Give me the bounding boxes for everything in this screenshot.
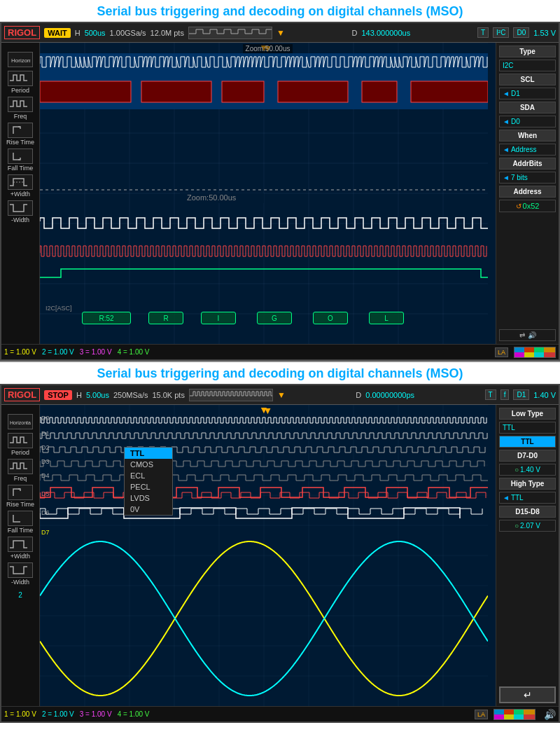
- i2c-label: I2C[ASC]: [46, 305, 72, 312]
- rise-label: Rise Time: [6, 139, 34, 146]
- addrbits-arrow: ◄: [503, 174, 510, 181]
- scl-label: SCL: [499, 74, 556, 85]
- trigger-type-badge-1: T: [477, 27, 489, 38]
- svg-rect-11: [494, 710, 504, 714]
- top-bar-1: RIGOL WAIT H 500us 1.00GSa/s 12.0M pts ▼…: [1, 23, 559, 43]
- measure-pwidth-2[interactable]: +Width: [8, 537, 33, 560]
- d15d8-label: D15-D8: [499, 506, 556, 518]
- svg-rect-9: [544, 352, 555, 357]
- measure-pwidth[interactable]: +Width: [8, 174, 33, 198]
- sda-value[interactable]: ◄ D0: [499, 116, 556, 127]
- trigger-v-2: 1.40 V: [533, 391, 556, 399]
- dropdown-pecl[interactable]: PECL: [125, 481, 172, 492]
- svg-rect-4: [534, 347, 544, 352]
- trigger-marker-1: ▼: [276, 28, 285, 38]
- dropdown-0v[interactable]: 0V: [125, 504, 172, 515]
- ch3-label[interactable]: 3 = 1.00 V: [80, 348, 112, 356]
- type-value[interactable]: I2C: [499, 60, 556, 71]
- measure-freq-2[interactable]: Freq: [8, 459, 33, 482]
- measure-horizontal-2[interactable]: Horizontal: [8, 414, 33, 430]
- trigger-arrow-top-2: ▼: [263, 405, 273, 416]
- status-badge-2: STOP: [44, 390, 72, 400]
- svg-rect-14: [524, 710, 535, 714]
- trigger-ch-2: D1: [513, 389, 529, 400]
- ch4-label[interactable]: 4 = 1.00 V: [118, 348, 150, 356]
- d-label-2: D: [356, 391, 361, 399]
- measure-freq[interactable]: Freq: [8, 97, 33, 120]
- d-value-1: 143.000000us: [361, 29, 410, 37]
- measure-fall[interactable]: Fall Time: [8, 148, 34, 172]
- ch1-label[interactable]: 1 = 1.00 V: [4, 348, 36, 356]
- addrbits-label: AddrBits: [499, 158, 556, 170]
- dropdown-ttl-selected[interactable]: TTL: [125, 448, 172, 459]
- nwidth-label: -Width: [11, 216, 29, 223]
- svg-rect-2: [514, 347, 524, 352]
- measure-horizontal[interactable]: Horizontal: [8, 52, 33, 68]
- threshold-dropdown[interactable]: TTL CMOS ECL PECL LVDS 0V: [124, 447, 173, 516]
- period-label-2: Period: [11, 449, 29, 456]
- svg-text:Horizontal: Horizontal: [10, 420, 31, 425]
- scl-value[interactable]: ◄ D1: [499, 88, 556, 99]
- svg-rect-6: [514, 352, 524, 357]
- right-panel-2: Low Type TTL TTL D7-D0 ○ 1.40 V High Typ…: [496, 405, 559, 706]
- ch2-label-2[interactable]: 2 = 1.00 V: [42, 710, 74, 718]
- d7d0-voltage[interactable]: ○ 1.40 V: [499, 464, 556, 476]
- d7d0-label: D7-D0: [499, 450, 556, 462]
- measure-rise-2[interactable]: Rise Time: [6, 485, 34, 508]
- ch3-label-2[interactable]: 3 = 1.00 V: [80, 710, 112, 718]
- dropdown-ecl[interactable]: ECL: [125, 470, 172, 481]
- enter-button[interactable]: ↵: [499, 686, 556, 703]
- ch1-label-2[interactable]: 1 = 1.00 V: [4, 710, 36, 718]
- sda-arrow: ◄: [503, 118, 510, 125]
- osc-body-2: Horizontal Period Freq: [1, 405, 559, 706]
- ch4-label-2[interactable]: 4 = 1.00 V: [118, 710, 150, 718]
- ch2-label[interactable]: 2 = 1.00 V: [42, 348, 74, 356]
- low-type-value[interactable]: TTL: [499, 422, 556, 434]
- measure-fall-2[interactable]: Fall Time: [8, 511, 34, 534]
- h-value-2: 5.00us: [86, 391, 109, 399]
- decode-g: G: [257, 312, 292, 324]
- when-arrow: ◄: [503, 146, 510, 153]
- dropdown-lvds[interactable]: LVDS: [125, 492, 172, 504]
- d15d8-circle: ○: [514, 522, 519, 530]
- svg-rect-15: [494, 714, 504, 719]
- measure-period[interactable]: Period: [8, 71, 33, 94]
- addrbits-value[interactable]: ◄ 7 bits: [499, 172, 556, 184]
- ch2-indicator: 2: [18, 591, 22, 599]
- low-type-label: Low Type: [499, 408, 556, 420]
- address-value[interactable]: ↺ 0x52: [499, 200, 556, 212]
- measure-nwidth-2[interactable]: -Width: [8, 562, 33, 586]
- decode-r: R: [148, 312, 183, 324]
- period-label: Period: [11, 87, 29, 94]
- d15d8-voltage[interactable]: ○ 2.07 V: [499, 520, 556, 532]
- high-type-value[interactable]: ◄ TTL: [499, 492, 556, 504]
- decode-i: I: [201, 312, 236, 324]
- status-badge-1: WAIT: [44, 28, 71, 38]
- trigger-type-2: f: [500, 389, 510, 400]
- when-value[interactable]: ◄ Address: [499, 144, 556, 156]
- svg-rect-13: [514, 710, 524, 714]
- pwidth-label: +Width: [10, 191, 30, 198]
- la-badge-1[interactable]: LA: [495, 347, 508, 357]
- la-channel-display-2: [493, 709, 536, 720]
- section1-title: Serial bus triggering and decoding on di…: [0, 0, 560, 22]
- oscilloscope-1: RIGOL WAIT H 500us 1.00GSa/s 12.0M pts ▼…: [0, 22, 560, 361]
- measure-rise[interactable]: Rise Time: [6, 123, 34, 146]
- oscilloscope-2: RIGOL STOP H 5.00us 250MSa/s 15.0K pts ▼…: [0, 384, 560, 723]
- la-badge-2[interactable]: LA: [475, 710, 488, 719]
- d7d0-circle: ○: [514, 466, 519, 474]
- speaker-icon-2[interactable]: 🔊: [544, 709, 556, 720]
- high-type-label: High Type: [499, 478, 556, 490]
- pwidth-label-2: +Width: [10, 553, 30, 560]
- decode-l: L: [369, 312, 404, 324]
- measure-nwidth[interactable]: -Width: [8, 200, 33, 223]
- svg-rect-12: [504, 710, 514, 714]
- rigol-logo-1: RIGOL: [4, 26, 40, 39]
- freq-label: Freq: [14, 113, 27, 120]
- address-label: Address: [499, 186, 556, 198]
- trigger-marker-2: ▼: [277, 390, 286, 400]
- io-icons[interactable]: ⇄ 🔊: [499, 329, 556, 341]
- measure-period-2[interactable]: Period: [8, 433, 33, 456]
- dropdown-cmos[interactable]: CMOS: [125, 459, 172, 470]
- d-label-1: D: [352, 29, 358, 37]
